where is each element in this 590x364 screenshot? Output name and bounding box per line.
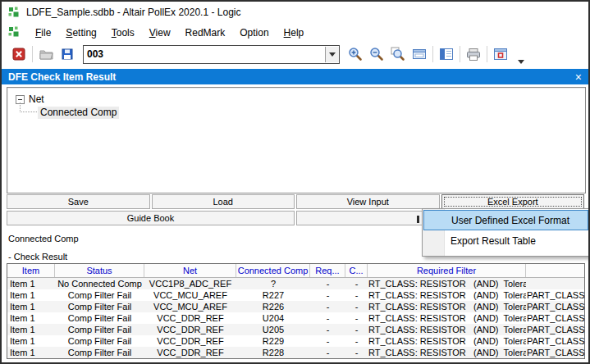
toolbar-overflow-icon[interactable] xyxy=(518,60,524,64)
excel-export-button[interactable]: Excel Export xyxy=(441,194,585,209)
board-dialog-icon[interactable] xyxy=(409,44,430,64)
button-row-1: SaveLoadView InputExcel Export xyxy=(7,194,584,209)
cell: VCC_DDR_REF xyxy=(144,335,236,347)
view-input-button[interactable]: View Input xyxy=(296,194,440,209)
cell: - xyxy=(310,347,345,358)
cell: - xyxy=(310,301,345,312)
column-header-status[interactable]: Status xyxy=(55,264,144,277)
cell: Comp Filter Fail xyxy=(55,312,144,324)
menu-tools[interactable]: Tools xyxy=(104,25,142,40)
title-bar: LDFE_Sample.sdbb - Altair PollEx 2020.1 … xyxy=(2,2,588,23)
table-row[interactable]: Item 1Comp Filter FailVCC_MCU_AREFR226--… xyxy=(7,301,584,312)
menu-setting[interactable]: Setting xyxy=(58,25,103,40)
cell: Item 1 xyxy=(7,278,55,289)
cell: Item 1 xyxy=(7,347,55,358)
column-header-net[interactable]: Net xyxy=(144,264,236,277)
load-button[interactable]: Load xyxy=(152,194,295,209)
document-logo-icon xyxy=(8,26,20,38)
panel-close-icon[interactable]: × xyxy=(575,71,582,83)
cell: - xyxy=(310,335,345,347)
table-row[interactable]: Item 1Comp Filter FailVCC_DDR_REFR228--R… xyxy=(7,347,584,358)
menu-option[interactable]: Option xyxy=(232,25,276,40)
cell: VCC_DDR_REF xyxy=(144,324,236,335)
open-folder-icon[interactable] xyxy=(35,44,57,64)
cell: - xyxy=(310,289,345,301)
menu-item-export-result-table[interactable]: Export Result Table xyxy=(423,230,589,251)
print-icon[interactable] xyxy=(463,44,484,64)
cell: PART_CLASS: RE xyxy=(526,335,584,347)
cell: - xyxy=(345,289,368,301)
column-header-required-filter[interactable]: Required Filter xyxy=(368,264,526,277)
combobox-value: 003 xyxy=(84,48,325,60)
menu-help[interactable]: Help xyxy=(277,25,312,40)
zoom-in-icon[interactable] xyxy=(345,44,366,64)
cell: - xyxy=(345,301,368,312)
cell: Item 1 xyxy=(7,335,55,347)
tree-node-connected-comp[interactable]: Connected Comp xyxy=(38,107,119,119)
cell: RT_CLASS: RESISTOR (AND) Toleranc xyxy=(368,278,526,289)
panel-caption: DFE Check Item Result × xyxy=(2,69,588,84)
cell: Comp Filter Fail xyxy=(55,289,144,301)
menu-redmark[interactable]: RedMark xyxy=(178,25,233,40)
cell: - xyxy=(345,312,368,324)
table-row[interactable]: Item 1Comp Filter FailVCC_DDR_REFR229--R… xyxy=(7,335,584,347)
cell: RT_CLASS: RESISTOR (AND) ToleranOR) xyxy=(368,312,526,324)
cell: VCC1P8_ADC_REF xyxy=(144,278,236,289)
cell: Item 1 xyxy=(7,301,55,312)
revision-combobox[interactable]: 003 xyxy=(83,45,340,64)
zoom-region-icon[interactable] xyxy=(387,44,409,64)
cell: U204 xyxy=(236,312,310,324)
column-header-req-[interactable]: Req... xyxy=(310,264,345,277)
table-header-row: ItemStatusNetConnected CompReq...C...Req… xyxy=(7,264,584,278)
check-result-label: - Check Result xyxy=(8,252,67,262)
guide-book-button[interactable]: Guide Book xyxy=(7,211,295,225)
tree-connector-line xyxy=(20,102,37,112)
cell: R226 xyxy=(236,301,310,312)
section-subtitle: Connected Comp xyxy=(8,234,79,243)
cell: RT_CLASS: RESISTOR (AND) ToleranOR) xyxy=(368,324,526,335)
menu-item-user-defined-excel-format[interactable]: User Defined Excel Format xyxy=(423,210,588,230)
cell: - xyxy=(310,278,345,289)
column-header-c-[interactable]: C... xyxy=(345,264,368,277)
cell: PART_CLASS: RE xyxy=(526,289,584,301)
cell: Comp Filter Fail xyxy=(55,347,144,358)
cell: R228 xyxy=(236,347,310,358)
table-row[interactable]: Item 1Comp Filter FailVCC_MCU_AREFR227--… xyxy=(7,289,584,301)
column-header-item[interactable]: Item xyxy=(7,264,55,277)
app-logo-icon xyxy=(8,7,20,18)
cell: VCC_DDR_REF xyxy=(144,347,236,358)
column-header-extra[interactable] xyxy=(526,264,584,277)
cell: - xyxy=(345,347,368,358)
menu-view[interactable]: View xyxy=(142,25,178,40)
cell: RT_CLASS: RESISTOR (AND) Toleran(R) xyxy=(368,335,526,347)
column-header-connected-comp[interactable]: Connected Comp xyxy=(236,264,310,277)
table-row[interactable]: Item 1Comp Filter FailVCC_DDR_REFU205--R… xyxy=(7,324,584,335)
cell: Comp Filter Fail xyxy=(55,335,144,347)
cell: - xyxy=(310,312,345,324)
excel-export-popup-menu: User Defined Excel FormatExport Result T… xyxy=(422,208,590,257)
check-item-tree[interactable]: Net Connected Comp xyxy=(7,87,586,193)
table-row[interactable]: Item 1No Connected CompVCC1P8_ADC_REF?--… xyxy=(7,278,584,289)
table-body: Item 1No Connected CompVCC1P8_ADC_REF?--… xyxy=(7,278,584,358)
table-row[interactable]: Item 1Comp Filter FailVCC_DDR_REFU204--R… xyxy=(7,312,584,324)
cell: VCC_MCU_AREF xyxy=(144,289,236,301)
cell: PART_CLASS: RE xyxy=(526,347,584,358)
cell: Item 1 xyxy=(7,324,55,335)
save-button[interactable]: Save xyxy=(7,194,150,209)
panel-view-icon[interactable] xyxy=(436,44,457,64)
close-document-icon[interactable] xyxy=(8,44,30,64)
zoom-out-icon[interactable] xyxy=(366,44,387,64)
combobox-dropdown-icon[interactable] xyxy=(325,47,339,62)
toolbar-separator xyxy=(460,46,460,62)
component-window-icon[interactable] xyxy=(490,44,511,64)
cell: PART_CLASS: A xyxy=(526,312,584,324)
cell: Item 1 xyxy=(7,312,55,324)
cell: RT_CLASS: RESISTOR (AND) Toleran(R) xyxy=(368,289,526,301)
toolbar: 003 xyxy=(2,41,588,67)
window-title: LDFE_Sample.sdbb - Altair PollEx 2020.1 … xyxy=(26,7,240,18)
menu-file[interactable]: File xyxy=(28,25,58,40)
cell: Item 1 xyxy=(7,289,55,301)
cell: PART_CLASS: RE xyxy=(526,301,584,312)
cell: RT_CLASS: RESISTOR (AND) Toleran(R) xyxy=(368,301,526,312)
save-icon[interactable] xyxy=(57,44,78,64)
